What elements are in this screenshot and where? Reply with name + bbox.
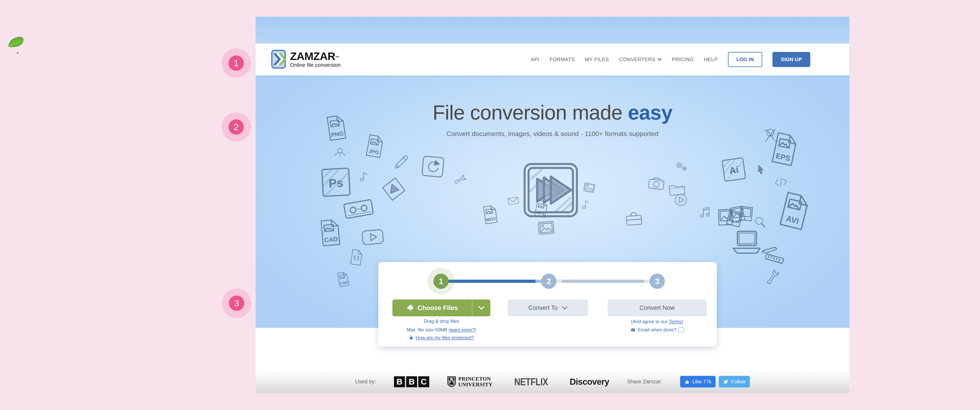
email-when-done-row: Email when done? xyxy=(608,327,706,332)
annotation-marker-1: 1 xyxy=(221,48,251,78)
photo-frames-icon xyxy=(729,201,754,226)
files-protected-note: How are my files protected? xyxy=(392,335,490,340)
cassette-icon xyxy=(340,191,377,227)
cad-file-icon: CAD xyxy=(314,217,345,248)
want-more-link[interactable]: want more? xyxy=(450,327,475,332)
envelope-icon xyxy=(507,194,520,208)
hero-title: File conversion made easy xyxy=(256,101,850,124)
zamzar-logo[interactable]: ZAMZAR™ Online file conversion xyxy=(271,50,340,69)
step-3-circle: 3 xyxy=(649,273,665,289)
step-1-circle: 1 xyxy=(433,273,449,289)
svg-text:AVI: AVI xyxy=(785,214,800,226)
music-notes-icon xyxy=(698,203,714,219)
brand-name: ZAMZAR xyxy=(290,50,335,62)
step-2-circle: 2 xyxy=(541,273,557,289)
top-blue-strip xyxy=(256,17,850,43)
upload-cloud-icon xyxy=(407,304,414,312)
svg-text:Ai: Ai xyxy=(729,164,739,176)
photo-small-icon xyxy=(536,218,556,238)
svg-text:MOV: MOV xyxy=(486,216,496,222)
princeton-logo: PRINCETON UNIVERSITY xyxy=(447,376,493,387)
video-play-icon xyxy=(360,223,386,250)
drag-drop-note: Drag & drop files xyxy=(392,318,490,324)
zamzar-webpage: ZAMZAR™ Online file conversion APIFORMAT… xyxy=(256,17,850,393)
cursor-icon xyxy=(754,164,767,176)
wrench-small-icon xyxy=(452,171,470,189)
bbc-logo: BBC xyxy=(394,376,429,387)
twitter-follow-button[interactable]: Follow xyxy=(719,376,750,388)
conversion-wizard-card: 123 Choose Files Convert To xyxy=(378,262,717,346)
logo-text: ZAMZAR™ Online file conversion xyxy=(290,51,340,68)
lock-icon xyxy=(409,335,414,340)
refresh-app-icon xyxy=(419,153,447,181)
annotation-marker-2: 2 xyxy=(221,112,251,142)
princeton-line1: PRINCETON xyxy=(458,376,491,382)
email-when-done-checkbox[interactable] xyxy=(678,327,684,332)
leaf-icon xyxy=(8,35,25,56)
share-label: Share Zamzar: xyxy=(627,379,662,385)
chevron-down-icon xyxy=(657,58,662,61)
nav-formats[interactable]: FORMATS xyxy=(550,56,575,62)
nav-converters[interactable]: CONVERTERS xyxy=(619,56,662,62)
acrobat-icon xyxy=(332,144,348,160)
annotation-marker-3: 3 xyxy=(222,289,251,318)
header-nav-area: APIFORMATSMY FILESCONVERTERSPRICINGHELP … xyxy=(531,52,810,67)
envelope-icon xyxy=(630,327,636,332)
logo-tagline: Online file conversion xyxy=(290,62,340,68)
trademark: ™ xyxy=(335,55,339,60)
used-by-label: Used by: xyxy=(355,379,376,385)
choose-files-dropdown[interactable] xyxy=(472,299,490,316)
chevron-down-icon xyxy=(479,306,484,310)
svg-text:CAD: CAD xyxy=(324,235,338,244)
nav-help[interactable]: HELP xyxy=(704,56,718,62)
nav-api[interactable]: API xyxy=(531,56,539,62)
music-note-2-icon xyxy=(580,197,594,211)
convert-now-button[interactable]: Convert Now xyxy=(608,299,706,316)
wrench-big-icon xyxy=(763,266,784,288)
share-buttons: Like 77k Follow xyxy=(680,376,750,388)
bbc-letter: B xyxy=(406,376,417,387)
site-header: ZAMZAR™ Online file conversion APIFORMAT… xyxy=(256,43,850,75)
svg-text:CAD: CAD xyxy=(340,280,348,286)
code-file-icon: { } xyxy=(347,248,365,267)
twitter-bird-icon xyxy=(723,379,729,385)
hero-subtitle: Convert documents, images, videos & soun… xyxy=(256,130,850,138)
music-note-icon xyxy=(358,168,372,183)
play-circle-icon xyxy=(673,192,689,208)
footer-strip: Used by: BBC PRINCETON UNIVERSITY NETFLI… xyxy=(256,370,850,393)
gears-icon xyxy=(674,159,689,173)
princeton-shield-icon xyxy=(447,376,456,387)
login-button[interactable]: LOG IN xyxy=(728,52,762,67)
facebook-like-button[interactable]: Like 77k xyxy=(680,376,716,388)
magnifier-icon xyxy=(752,215,768,230)
discovery-logo: Discovery xyxy=(570,377,609,387)
nav-my-files[interactable]: MY FILES xyxy=(585,56,609,62)
illustrator-icon: Ai xyxy=(718,154,749,185)
progress-track-active xyxy=(441,280,549,283)
main-nav: APIFORMATSMY FILESCONVERTERSPRICINGHELP xyxy=(531,56,718,62)
thumbs-up-icon xyxy=(684,379,690,385)
hero-title-highlight: easy xyxy=(628,101,673,124)
annotation-canvas: ZAMZAR™ Online file conversion APIFORMAT… xyxy=(0,0,980,410)
pencil-icon xyxy=(392,151,411,170)
diamond-play-icon xyxy=(379,175,408,203)
files-protected-link[interactable]: How are my files protected? xyxy=(415,335,474,340)
svg-text:Ps: Ps xyxy=(328,176,344,190)
signup-button[interactable]: SIGN UP xyxy=(772,52,810,67)
bbc-letter: C xyxy=(418,376,429,387)
agree-terms-note: (And agree to our Terms) xyxy=(608,319,706,324)
zamzar-play-icon xyxy=(522,162,579,219)
convert-to-button[interactable]: Convert To xyxy=(508,299,588,316)
camera-icon xyxy=(647,174,666,193)
pencil-ruler-icon xyxy=(757,238,789,269)
princeton-line2: UNIVERSITY xyxy=(458,381,493,388)
netflix-logo: NETFLIX xyxy=(514,376,548,388)
mov-file-icon: MOV xyxy=(479,203,501,226)
photo-tiny-icon xyxy=(582,180,597,195)
svg-text:{ }: { } xyxy=(353,254,360,261)
nav-pricing[interactable]: PRICING xyxy=(672,56,694,62)
max-size-note: Max. file size 50MB (want more?) xyxy=(387,327,496,332)
choose-files-button[interactable]: Choose Files xyxy=(392,299,490,316)
terms-link[interactable]: Terms xyxy=(669,319,681,324)
svg-text:JPG: JPG xyxy=(368,148,379,156)
